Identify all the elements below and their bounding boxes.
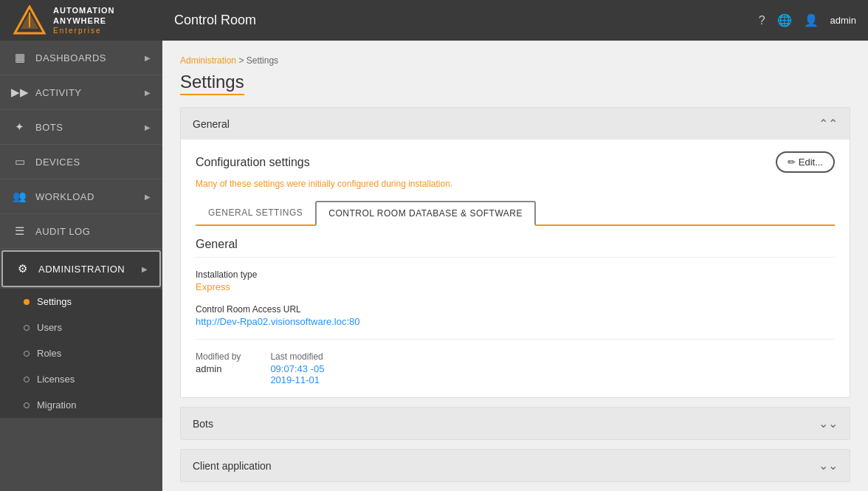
last-modified-time: 09:07:43 -05: [270, 363, 324, 374]
client-section-chevron: ⌄⌄: [819, 459, 838, 473]
dashboards-arrow: ▶: [145, 54, 151, 62]
client-section-title: Client application: [193, 460, 272, 472]
audit-log-icon: ☰: [12, 224, 28, 238]
config-subtitle: Many of these settings were initially co…: [196, 179, 835, 189]
sidebar-sub-label-users: Users: [37, 322, 62, 333]
settings-dot: [24, 299, 30, 305]
modified-by-label: Modified by: [196, 351, 241, 362]
general-section-chevron: ⌃⌃: [819, 117, 838, 131]
sidebar-item-workload[interactable]: 👥 WORKLOAD ▶: [0, 179, 162, 214]
administration-icon: ⚙: [15, 262, 31, 275]
tab-general-settings[interactable]: GENERAL SETTINGS: [196, 201, 315, 224]
last-modified-date: 2019-11-01: [270, 374, 324, 385]
sidebar-item-label: WORKLOAD: [35, 191, 94, 202]
licenses-circle: [24, 377, 30, 382]
sidebar: ▦ DASHBOARDS ▶ ▶▶ ACTIVITY ▶ ✦ BOTS ▶ ▭ …: [0, 41, 162, 491]
logo-text: AUTOMATION ANYWHERE Enterprise: [53, 5, 115, 36]
sidebar-sub-label-licenses: Licenses: [37, 374, 75, 385]
page-title: Settings: [180, 72, 244, 95]
sidebar-item-administration[interactable]: ⚙ ADMINISTRATION ▶: [1, 250, 161, 287]
breadcrumb-current: Settings: [247, 55, 278, 66]
help-icon[interactable]: ?: [759, 14, 765, 27]
control-room-url-value: http://Dev-Rpa02.visionsoftware.loc:80: [196, 316, 835, 327]
administration-arrow: ▶: [142, 265, 148, 273]
logo-icon: [12, 5, 47, 36]
activity-arrow: ▶: [145, 89, 151, 97]
sidebar-item-audit-log[interactable]: ☰ AUDIT LOG: [0, 214, 162, 249]
meta-last-modified: Last modified 09:07:43 -05 2019-11-01: [270, 351, 324, 385]
last-modified-label: Last modified: [270, 351, 324, 362]
installation-type-value: Express: [196, 281, 835, 292]
users-circle: [24, 325, 30, 331]
content-area: Administration > Settings Settings Gener…: [162, 41, 868, 491]
logo-enterprise: Enterprise: [53, 26, 115, 35]
sidebar-sub-item-licenses[interactable]: Licenses: [0, 366, 162, 392]
sidebar-item-bots[interactable]: ✦ BOTS ▶: [0, 110, 162, 145]
modified-by-value: admin: [196, 363, 241, 374]
client-section-header[interactable]: Client application ⌄⌄: [181, 450, 850, 481]
field-installation-type: Installation type Express: [196, 269, 835, 292]
sidebar-sub-item-roles[interactable]: Roles: [0, 340, 162, 366]
config-title: Configuration settings: [196, 156, 310, 169]
logo-line1: AUTOMATION: [53, 5, 115, 16]
bots-arrow: ▶: [145, 123, 151, 131]
sidebar-sub-label-roles: Roles: [37, 348, 61, 359]
sidebar-item-activity[interactable]: ▶▶ ACTIVITY ▶: [0, 75, 162, 110]
sidebar-sub-item-migration[interactable]: Migration: [0, 392, 162, 418]
content-inner: Administration > Settings Settings Gener…: [162, 41, 868, 491]
main-layout: ▦ DASHBOARDS ▶ ▶▶ ACTIVITY ▶ ✦ BOTS ▶ ▭ …: [0, 41, 868, 491]
installation-type-label: Installation type: [196, 269, 835, 280]
activity-icon: ▶▶: [12, 86, 28, 99]
tab-control-room-db[interactable]: CONTROL ROOM DATABASE & SOFTWARE: [315, 201, 536, 226]
admin-subnav: Settings Users Roles Licenses Migration: [0, 289, 162, 418]
sidebar-item-label: DASHBOARDS: [35, 52, 106, 63]
general-subsection-title: General: [196, 238, 835, 258]
app-title: Control Room: [174, 13, 759, 28]
bots-section-title: Bots: [193, 418, 213, 430]
workload-arrow: ▶: [145, 193, 151, 201]
bots-section: Bots ⌄⌄: [180, 407, 850, 440]
sidebar-sub-item-settings[interactable]: Settings: [0, 289, 162, 315]
logo-line2: ANYWHERE: [53, 16, 115, 26]
client-section: Client application ⌄⌄: [180, 449, 850, 482]
bots-section-chevron: ⌄⌄: [819, 416, 838, 430]
sidebar-sub-label-settings: Settings: [37, 296, 72, 307]
general-section-body: Configuration settings ✏ Edit... Many of…: [181, 140, 850, 397]
config-header: Configuration settings ✏ Edit...: [196, 151, 835, 173]
dashboards-icon: ▦: [12, 51, 28, 64]
bots-section-header[interactable]: Bots ⌄⌄: [181, 408, 850, 439]
devices-icon: ▭: [12, 155, 28, 168]
field-control-room-url: Control Room Access URL http://Dev-Rpa02…: [196, 304, 835, 327]
top-header: AUTOMATION ANYWHERE Enterprise Control R…: [0, 0, 868, 41]
edit-button[interactable]: ✏ Edit...: [776, 151, 835, 173]
globe-icon[interactable]: 🌐: [777, 13, 792, 27]
breadcrumb-separator: >: [238, 55, 244, 66]
sidebar-item-label: AUDIT LOG: [35, 226, 90, 237]
username: admin: [830, 15, 856, 26]
sidebar-item-label: ACTIVITY: [35, 87, 82, 98]
edit-button-label: Edit...: [799, 157, 823, 168]
sidebar-item-label: DEVICES: [35, 157, 80, 168]
breadcrumb: Administration > Settings: [180, 55, 850, 66]
sidebar-item-label: BOTS: [35, 122, 63, 133]
user-icon[interactable]: 👤: [804, 13, 819, 27]
sidebar-sub-item-users[interactable]: Users: [0, 315, 162, 340]
sidebar-item-dashboards[interactable]: ▦ DASHBOARDS ▶: [0, 41, 162, 75]
sidebar-sub-label-migration: Migration: [37, 399, 76, 411]
roles-circle: [24, 351, 30, 357]
header-icons: ? 🌐 👤 admin: [759, 13, 856, 27]
sidebar-item-devices[interactable]: ▭ DEVICES: [0, 145, 162, 179]
migration-circle: [24, 402, 30, 408]
general-section-header[interactable]: General ⌃⌃: [181, 108, 850, 140]
bots-icon: ✦: [12, 120, 28, 134]
config-tabs: GENERAL SETTINGS CONTROL ROOM DATABASE &…: [196, 201, 835, 226]
meta-row: Modified by admin Last modified 09:07:43…: [196, 339, 835, 385]
general-section-title: General: [193, 118, 230, 130]
control-room-url-label: Control Room Access URL: [196, 304, 835, 315]
edit-pencil-icon: ✏: [788, 157, 796, 168]
meta-modified-by: Modified by admin: [196, 351, 241, 385]
breadcrumb-parent[interactable]: Administration: [180, 55, 236, 66]
general-section: General ⌃⌃ Configuration settings ✏ Edit…: [180, 107, 850, 398]
sidebar-item-label: ADMINISTRATION: [38, 264, 125, 275]
logo-area: AUTOMATION ANYWHERE Enterprise: [12, 5, 174, 36]
